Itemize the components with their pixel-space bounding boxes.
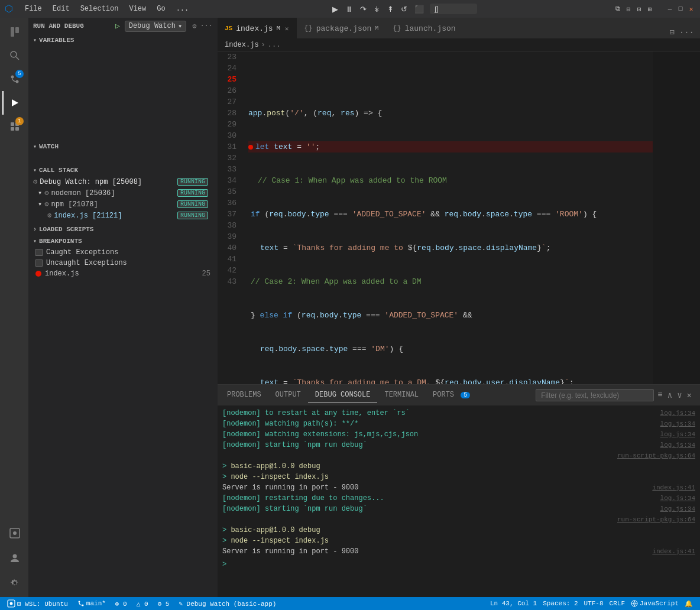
tabs-bar: JS index.js M ✕ {} package.json M {} lau… <box>218 18 700 38</box>
stack-thread-npm[interactable]: ▾ ⚙ npm [21078] RUNNING <box>28 199 218 210</box>
code-content[interactable]: app.post('/', (req, res) => { let text =… <box>244 51 653 384</box>
debug-pause[interactable]: ⏸ <box>343 4 355 15</box>
status-language-label: JavaScript <box>640 600 679 607</box>
play-debug-icon[interactable]: ▷ <box>114 20 121 32</box>
debug-stop[interactable]: ⬛ <box>412 4 426 15</box>
console-ref[interactable]: log.js:34 <box>660 418 695 429</box>
debug-continue[interactable]: ▶ <box>330 4 341 15</box>
menu-edit[interactable]: Edit <box>48 4 74 14</box>
console-ref[interactable]: log.js:34 <box>660 493 695 504</box>
activity-remote[interactable] <box>2 521 26 545</box>
variables-header[interactable]: ▾ VARIABLES <box>28 34 218 46</box>
panel-tab-terminal[interactable]: TERMINAL <box>377 387 426 403</box>
debug-step-over[interactable]: ↷ <box>358 4 369 15</box>
console-ref[interactable]: index.js:41 <box>652 482 695 493</box>
console-ref[interactable]: log.js:34 <box>660 429 695 440</box>
console-ref[interactable]: run-script-pkg.js:64 <box>617 514 695 525</box>
title-search-input[interactable] <box>430 4 477 14</box>
breadcrumb-more[interactable]: ... <box>268 41 281 49</box>
panel-tab-ports[interactable]: PORTS 5 <box>426 387 477 403</box>
loaded-scripts-header[interactable]: › LOADED SCRIPTS <box>28 223 218 235</box>
menu-selection[interactable]: Selection <box>76 4 124 14</box>
status-language[interactable]: JavaScript <box>628 600 681 607</box>
console-ref[interactable]: run-script-pkg.js:64 <box>617 450 695 461</box>
activity-explorer[interactable] <box>2 20 26 44</box>
status-encoding-label: UTF-8 <box>584 600 604 607</box>
activity-extensions[interactable]: 1 <box>2 115 26 138</box>
close-button[interactable]: ✕ <box>687 5 695 13</box>
menu-view[interactable]: View <box>124 4 151 14</box>
status-errors[interactable]: ⊗ 0 <box>113 600 129 608</box>
breakpoints-header[interactable]: ▾ BREAKPOINTS <box>28 235 218 247</box>
svg-rect-10 <box>15 127 19 131</box>
tab-index-js[interactable]: JS index.js M ✕ <box>218 18 297 38</box>
console-line: [nodemon] starting `npm run debug` log.j… <box>222 504 695 514</box>
console-ref[interactable]: index.js:41 <box>652 546 695 557</box>
debug-step-into[interactable]: ↡ <box>371 4 383 15</box>
uncaught-checkbox[interactable] <box>35 259 43 267</box>
call-stack-header[interactable]: ▾ CALL STACK <box>28 164 218 176</box>
panel-close-icon[interactable]: ✕ <box>686 389 693 401</box>
breadcrumb-file[interactable]: index.js <box>225 41 259 49</box>
more-options-icon[interactable]: ··· <box>200 22 213 30</box>
split-editor-icon[interactable]: ⊟ <box>668 26 675 38</box>
status-notification-bell[interactable]: 🔔 <box>682 600 695 608</box>
status-cursor[interactable]: Ln 43, Col 1 <box>488 600 539 607</box>
layout-icon3[interactable]: ⊡ <box>635 5 643 13</box>
panel-tab-output[interactable]: OUTPUT <box>268 387 308 403</box>
gear-settings-icon[interactable]: ⚙ <box>192 22 196 31</box>
breadcrumb-sep: › <box>261 41 265 49</box>
layout-icon4[interactable]: ⊞ <box>646 5 654 13</box>
status-branch[interactable]: main* <box>75 600 108 607</box>
status-remote[interactable]: ⊡ WSL: Ubuntu <box>5 599 70 608</box>
debug-step-out[interactable]: ↟ <box>385 4 396 15</box>
status-debug-count[interactable]: ⚙ 5 <box>155 600 172 608</box>
activity-settings[interactable] <box>2 571 26 595</box>
console-scroll-down[interactable]: ∨ <box>676 389 683 401</box>
stack-thread-nodemon[interactable]: ▾ ⚙ nodemon [25036] RUNNING <box>28 187 218 199</box>
status-eol[interactable]: CRLF <box>607 600 627 607</box>
call-stack-section: ▾ CALL STACK ⚙ Debug Watch: npm [25008] … <box>28 164 218 223</box>
thread-name: nodemon [25036] <box>51 189 115 197</box>
console-filter-input[interactable] <box>536 389 654 401</box>
console-ref[interactable]: log.js:34 <box>660 440 695 450</box>
status-encoding[interactable]: UTF-8 <box>582 600 606 607</box>
bp-filename[interactable]: index.js <box>45 270 79 278</box>
activity-search[interactable] <box>2 44 26 67</box>
debug-restart[interactable]: ↺ <box>398 4 410 15</box>
menu-go[interactable]: Go <box>152 4 170 14</box>
menu-file[interactable]: File <box>20 4 47 14</box>
console-scroll-up[interactable]: ∧ <box>666 389 673 401</box>
maximize-button[interactable]: □ <box>676 5 685 13</box>
minimize-button[interactable]: — <box>666 5 674 13</box>
layout-icon2[interactable]: ⊟ <box>624 5 633 13</box>
activity-source-control[interactable]: 5 <box>2 67 26 91</box>
console-ref[interactable]: log.js:34 <box>660 504 695 514</box>
variables-content <box>28 46 218 141</box>
panel-tab-debug-console[interactable]: DEBUG CONSOLE <box>308 387 378 403</box>
activity-run-debug[interactable] <box>2 91 26 115</box>
more-tabs-icon[interactable]: ··· <box>678 27 695 38</box>
activity-account[interactable] <box>2 546 26 570</box>
status-warnings[interactable]: △ 0 <box>134 600 151 608</box>
console-ref[interactable]: log.js:34 <box>660 408 695 418</box>
caught-checkbox[interactable] <box>35 249 43 256</box>
watch-header[interactable]: ▾ WATCH <box>28 141 218 152</box>
stack-process[interactable]: ⚙ Debug Watch: npm [25008] RUNNING <box>28 176 218 187</box>
code-line-23 <box>248 74 653 85</box>
layout-icon[interactable]: ⧉ <box>614 5 622 13</box>
tab-package-json[interactable]: {} package.json M <box>297 18 385 38</box>
code-line-26: // Case 1: When App was added to the ROO… <box>248 175 653 186</box>
tab-launch-json[interactable]: {} launch.json <box>385 18 462 38</box>
console-wrap-icon[interactable]: ≡ <box>656 389 663 401</box>
debug-config-dropdown[interactable]: Debug Watch ▾ <box>125 21 186 32</box>
menu-more[interactable]: ... <box>171 4 194 14</box>
status-debug-config[interactable]: ✎ Debug Watch (basic-app) <box>176 600 278 608</box>
caught-label: Caught Exceptions <box>46 248 118 257</box>
status-spaces[interactable]: Spaces: 2 <box>540 600 580 607</box>
process-icon: ⚙ <box>33 177 37 186</box>
tab-index-close[interactable]: ✕ <box>284 24 290 33</box>
debug-console[interactable]: [nodemon] to restart at any time, enter … <box>218 405 700 597</box>
stack-frame-index[interactable]: ⚙ index.js [21121] RUNNING <box>28 210 218 221</box>
panel-tab-problems[interactable]: PROBLEMS <box>220 387 268 403</box>
